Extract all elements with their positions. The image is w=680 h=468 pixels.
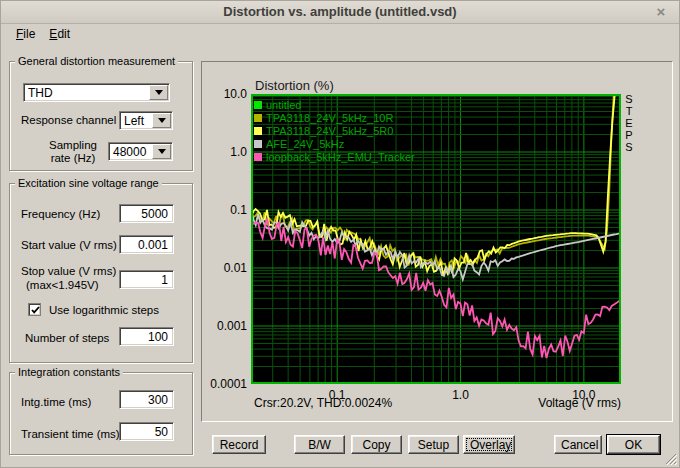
- sampling-rate-label-1: Sampling: [41, 139, 105, 151]
- frequency-label: Frequency (Hz): [21, 208, 100, 220]
- transient-time-field[interactable]: [119, 422, 174, 441]
- steps-branding: STEPS: [623, 93, 635, 153]
- steps-letter: S: [623, 141, 635, 153]
- legend-color-chip: [254, 114, 262, 122]
- y-tick-label: 10.0: [205, 88, 247, 100]
- chevron-down-icon[interactable]: [152, 144, 171, 159]
- stop-value-max-label: (max<1.945V): [26, 279, 99, 291]
- setup-button[interactable]: Setup: [408, 435, 459, 454]
- start-value-field[interactable]: [119, 235, 174, 254]
- group-title: General distortion measurement: [15, 55, 178, 67]
- title-bar[interactable]: Distortion vs. amplitude (untitled.vsd) …: [1, 1, 679, 24]
- y-tick-label: 0.001: [205, 320, 247, 332]
- frequency-field[interactable]: [119, 204, 174, 223]
- window-title: Distortion vs. amplitude (untitled.vsd): [1, 1, 679, 23]
- legend-label: TPA3118_24V_5kHz_5R0: [266, 125, 393, 137]
- y-tick-label: 1.0: [205, 146, 247, 158]
- stop-value-field[interactable]: [119, 270, 174, 289]
- menu-bar: FileEdit: [1, 24, 679, 45]
- x-axis-title: Voltage (V rms): [502, 396, 621, 410]
- legend-item: loopback_5kHz_EMU_Tracker: [254, 150, 415, 163]
- response-channel-select[interactable]: Left: [119, 111, 173, 130]
- checkmark-icon: [30, 305, 41, 316]
- steps-letter: S: [623, 93, 635, 105]
- legend-item: AFE_24V_5kHz: [254, 137, 415, 150]
- steps-letter: P: [623, 129, 635, 141]
- record-button[interactable]: Record: [212, 435, 266, 454]
- stop-value-label: Stop value (V rms): [21, 265, 116, 277]
- cursor-readout: Crsr:20.2V, THD:0.0024%: [254, 396, 392, 410]
- measurement-type-select[interactable]: THD: [23, 83, 170, 102]
- log-steps-label: Use logarithmic steps: [49, 304, 159, 316]
- chart-title: Distortion (%): [255, 78, 334, 93]
- transient-time-label: Transient time (ms): [21, 428, 120, 440]
- sampling-rate-select[interactable]: 48000: [108, 142, 173, 161]
- close-icon[interactable]: ×: [651, 1, 671, 23]
- series-loopback_5kHz_EMU_Tracker: [251, 219, 621, 358]
- log-steps-checkbox[interactable]: [28, 303, 41, 316]
- legend-label: loopback_5kHz_EMU_Tracker: [266, 151, 415, 163]
- response-channel-label: Response channel: [21, 114, 116, 126]
- chevron-down-icon[interactable]: [149, 85, 168, 100]
- group-title: Integration constants: [15, 366, 123, 378]
- start-value-label: Start value (V rms): [21, 239, 117, 251]
- legend-color-chip: [254, 140, 262, 148]
- legend-item: untitled: [254, 98, 415, 111]
- x-tick-label: 1.0: [441, 388, 481, 402]
- legend-item: TPA3118_24V_5kHz_5R0: [254, 124, 415, 137]
- menu-item-edit[interactable]: Edit: [42, 24, 77, 45]
- cancel-button[interactable]: Cancel: [554, 435, 602, 454]
- overlay-button[interactable]: Overlay: [463, 435, 515, 454]
- number-of-steps-label: Number of steps: [25, 332, 109, 344]
- legend-color-chip: [254, 101, 262, 109]
- steps-letter: E: [623, 117, 635, 129]
- chart-panel: Distortion (%) untitledTPA3118_24V_5kHz_…: [201, 61, 673, 422]
- resize-grip[interactable]: [663, 451, 677, 465]
- response-channel-value: Left: [124, 114, 144, 128]
- ok-button[interactable]: OK: [607, 435, 660, 454]
- plot-area[interactable]: untitledTPA3118_24V_5kHz_10RTPA3118_24V_…: [251, 94, 621, 384]
- intg-time-field[interactable]: [119, 390, 174, 409]
- dialog-window: Distortion vs. amplitude (untitled.vsd) …: [0, 0, 680, 468]
- legend-color-chip: [254, 127, 262, 135]
- legend-label: AFE_24V_5kHz: [266, 138, 344, 150]
- steps-letter: T: [623, 105, 635, 117]
- copy-button[interactable]: Copy: [351, 435, 402, 454]
- bw-button[interactable]: B/W: [294, 435, 345, 454]
- chevron-down-icon[interactable]: [152, 113, 171, 128]
- number-of-steps-field[interactable]: [119, 327, 174, 346]
- intg-time-label: Intg.time (ms): [21, 396, 91, 408]
- group-title: Excitation sine voltage range: [15, 177, 162, 189]
- legend-label: untitled: [266, 99, 301, 111]
- group-integration-constants: Integration constants: [9, 372, 193, 455]
- y-tick-label: 0.0001: [205, 378, 247, 390]
- sampling-rate-value: 48000: [113, 145, 146, 159]
- y-tick-label: 0.01: [205, 262, 247, 274]
- legend-label: TPA3118_24V_5kHz_10R: [266, 112, 393, 124]
- measurement-type-value: THD: [28, 86, 53, 100]
- legend-item: TPA3118_24V_5kHz_10R: [254, 111, 415, 124]
- chart-legend: untitledTPA3118_24V_5kHz_10RTPA3118_24V_…: [254, 98, 415, 163]
- legend-color-chip: [254, 153, 262, 161]
- y-tick-label: 0.1: [205, 204, 247, 216]
- sampling-rate-label-2: rate (Hz): [41, 152, 105, 164]
- menu-item-file[interactable]: File: [9, 24, 42, 45]
